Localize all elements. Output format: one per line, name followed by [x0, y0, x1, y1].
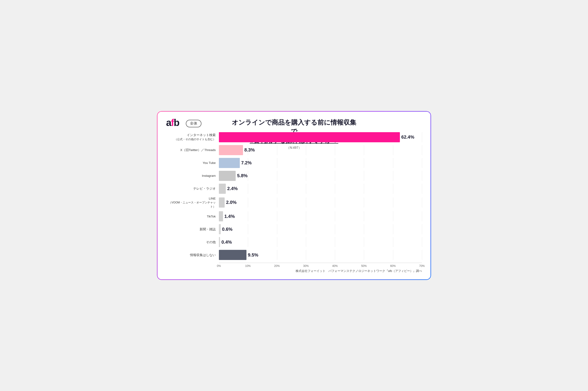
bar: 7.2%	[219, 158, 240, 168]
bar-value: 1.4%	[224, 214, 235, 219]
bar-value: 8.3%	[244, 147, 255, 153]
x-axis-tick: 60%	[390, 264, 396, 268]
x-axis-tick: 70%	[419, 264, 425, 268]
footer-text: 株式会社フォーイット パフォーマンステクノロジーネットワーク『afb（アフィビー…	[166, 269, 422, 273]
bar-row: You Tube7.2%	[168, 158, 422, 168]
bar-label: テレビ・ラジオ	[168, 187, 219, 191]
bar-label: Instagram	[168, 174, 219, 178]
x-axis-tick: 10%	[245, 264, 251, 268]
chart-area: インターネット検索（公式・その他のサイトも含む）62.4%X（旧Twitter）…	[166, 132, 422, 268]
bar-label: その他	[168, 240, 219, 244]
bar-label: インターネット検索（公式・その他のサイトも含む）	[168, 133, 219, 141]
bar-label: 情報収集はしない	[168, 253, 219, 257]
bar-row: X（旧Twitter）／Threads8.3%	[168, 145, 422, 155]
bar-row: 情報収集はしない9.5%	[168, 250, 422, 260]
bar-row: TikTok1.4%	[168, 211, 422, 221]
bar: 0.4%	[219, 237, 220, 247]
x-axis: 0%10%20%30%40%50%60%70%	[219, 263, 422, 267]
bar-value: 7.2%	[241, 160, 252, 166]
bar-value: 5.8%	[237, 173, 248, 178]
bar: 8.3%	[219, 145, 243, 155]
bar-value: 2.0%	[226, 200, 237, 205]
header: afb 全体 オンラインで商品を購入する前に情報収集で 1番利用する媒体は何です…	[166, 118, 422, 128]
x-axis-tick: 50%	[361, 264, 367, 268]
bar: 5.8%	[219, 171, 236, 181]
bar-label: 新聞・雑誌	[168, 227, 219, 231]
bar-row: その他0.4%	[168, 237, 422, 247]
bar-label: X（旧Twitter）／Threads	[168, 148, 219, 152]
bar-value: 62.4%	[401, 134, 414, 140]
bar-row: インターネット検索（公式・その他のサイトも含む）62.4%	[168, 132, 422, 142]
bar: 1.4%	[219, 211, 223, 221]
bar: 0.6%	[219, 224, 221, 234]
bar-container: 7.2%	[219, 158, 422, 168]
bar-label: TikTok	[168, 214, 219, 219]
bar-row: Instagram5.8%	[168, 171, 422, 181]
bar-container: 5.8%	[219, 171, 422, 181]
bar: 9.5%	[219, 250, 246, 260]
x-axis-tick: 30%	[303, 264, 309, 268]
bar-container: 62.4%	[219, 132, 422, 142]
bar: 2.4%	[219, 184, 226, 194]
bar: 62.4%	[219, 132, 400, 142]
x-axis-tick: 40%	[332, 264, 338, 268]
bar-value: 2.4%	[227, 186, 238, 191]
bar-row: LINE（VOOM・ニュース・オープンチャット）2.0%	[168, 196, 422, 209]
bar-container: 8.3%	[219, 145, 422, 155]
bar: 2.0%	[219, 197, 225, 207]
bar-row: 新聞・雑誌0.6%	[168, 224, 422, 234]
bar-value: 9.5%	[248, 252, 258, 258]
x-axis-tick: 0%	[217, 264, 221, 268]
bar-container: 9.5%	[219, 250, 422, 260]
bar-value: 0.6%	[222, 227, 233, 232]
bar-container: 2.4%	[219, 184, 422, 194]
bar-label: You Tube	[168, 161, 219, 165]
bar-value: 0.4%	[221, 240, 232, 245]
bar-container: 1.4%	[219, 211, 422, 221]
bar-container: 0.4%	[219, 237, 422, 247]
bar-label: LINE（VOOM・ニュース・オープンチャット）	[168, 196, 219, 209]
filter-badge: 全体	[186, 120, 201, 127]
x-axis-tick: 20%	[274, 264, 280, 268]
bar-container: 2.0%	[219, 197, 422, 207]
bar-row: テレビ・ラジオ2.4%	[168, 184, 422, 194]
chart-card: afb 全体 オンラインで商品を購入する前に情報収集で 1番利用する媒体は何です…	[156, 110, 432, 281]
logo: afb	[166, 118, 179, 128]
bar-container: 0.6%	[219, 224, 422, 234]
